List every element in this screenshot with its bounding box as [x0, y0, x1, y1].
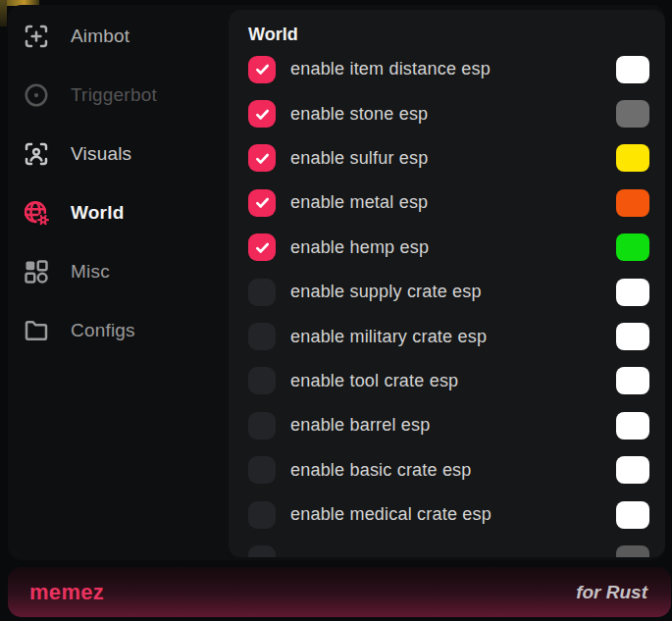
esp-checkbox[interactable]: [248, 412, 276, 440]
esp-option-label: enable military crate esp: [290, 327, 487, 347]
sidebar-item-world[interactable]: World: [8, 183, 229, 242]
esp-option-row: enable military crate esp: [248, 314, 649, 358]
check-icon: [253, 149, 272, 168]
sidebar-item-label: Visuals: [71, 143, 131, 165]
sidebar-item-label: World: [71, 202, 124, 224]
screenshot-stage: AimbotTriggerbotVisualsWorldMiscConfigs …: [0, 0, 672, 621]
esp-option-label: enable sulfur esp: [290, 148, 429, 169]
misc-shapes-icon: [22, 257, 51, 286]
esp-color-swatch[interactable]: [616, 279, 649, 306]
esp-checkbox[interactable]: [248, 323, 276, 350]
esp-color-swatch[interactable]: [616, 412, 649, 440]
esp-option-label: enable tool crate esp: [290, 371, 458, 391]
sidebar-item-misc[interactable]: Misc: [8, 242, 229, 301]
game-background-sliver: [0, 0, 7, 26]
esp-option-row-partial: [248, 537, 649, 557]
esp-checkbox[interactable]: [248, 545, 276, 557]
brand-tagline: for Rust: [576, 582, 647, 603]
sidebar-item-label: Aimbot: [71, 26, 129, 47]
esp-checkbox[interactable]: [248, 367, 276, 394]
esp-option-row: enable barrel esp: [248, 403, 649, 447]
esp-option-row: enable item distance esp: [248, 47, 649, 91]
esp-option-row: enable stone esp: [248, 91, 649, 135]
esp-checkbox[interactable]: [248, 456, 276, 484]
esp-option-row: enable sulfur esp: [248, 136, 649, 181]
esp-checkbox[interactable]: [248, 279, 276, 306]
esp-option-label: enable supply crate esp: [290, 282, 482, 302]
sidebar-item-triggerbot[interactable]: Triggerbot: [8, 66, 229, 125]
esp-option-row: enable metal esp: [248, 181, 649, 225]
esp-option-label: enable item distance esp: [290, 59, 491, 79]
esp-option-label: enable stone esp: [290, 104, 428, 125]
check-icon: [253, 193, 272, 212]
configs-folder-icon: [22, 316, 51, 345]
esp-checkbox[interactable]: [248, 56, 276, 83]
sidebar-item-label: Misc: [71, 261, 110, 283]
esp-option-row: enable medical crate esp: [248, 492, 649, 537]
sidebar-item-label: Triggerbot: [71, 84, 157, 106]
sidebar-item-configs[interactable]: Configs: [8, 301, 229, 360]
esp-color-swatch[interactable]: [616, 233, 649, 261]
brand-bar: memez for Rust: [8, 567, 671, 617]
check-icon: [253, 60, 272, 78]
esp-color-swatch[interactable]: [616, 189, 649, 217]
visuals-scan-user-icon: [22, 139, 51, 169]
triggerbot-circle-dot-icon: [22, 80, 51, 110]
esp-color-swatch[interactable]: [616, 501, 649, 529]
world-globe-gear-icon: [22, 198, 51, 228]
esp-option-list: enable item distance espenable stone esp…: [229, 47, 665, 557]
cheat-menu-window: AimbotTriggerbotVisualsWorldMiscConfigs …: [8, 5, 665, 560]
panel-title: World: [229, 10, 665, 45]
sidebar-item-label: Configs: [71, 320, 135, 341]
esp-checkbox[interactable]: [248, 144, 276, 172]
esp-color-swatch[interactable]: [616, 367, 649, 394]
esp-option-label: enable medical crate esp: [290, 504, 491, 525]
esp-checkbox[interactable]: [248, 189, 276, 217]
esp-color-swatch[interactable]: [616, 56, 649, 83]
check-icon: [253, 238, 272, 257]
esp-option-row: enable basic crate esp: [248, 448, 649, 492]
esp-checkbox[interactable]: [248, 501, 276, 529]
esp-checkbox[interactable]: [248, 100, 276, 128]
esp-option-label: enable hemp esp: [290, 237, 429, 258]
sidebar-item-aimbot[interactable]: Aimbot: [8, 7, 229, 66]
world-options-panel: World enable item distance espenable sto…: [229, 10, 665, 557]
esp-color-swatch[interactable]: [616, 323, 649, 350]
esp-option-row: enable hemp esp: [248, 226, 649, 270]
esp-color-swatch[interactable]: [616, 456, 649, 484]
aimbot-crosshair-icon: [22, 22, 51, 51]
esp-color-swatch[interactable]: [616, 144, 649, 172]
esp-option-row: enable tool crate esp: [248, 359, 649, 403]
sidebar-nav: AimbotTriggerbotVisualsWorldMiscConfigs: [8, 7, 229, 360]
esp-color-swatch[interactable]: [616, 100, 649, 128]
esp-checkbox[interactable]: [248, 233, 276, 261]
esp-option-label: enable metal esp: [290, 192, 428, 213]
esp-option-label: enable basic crate esp: [290, 460, 472, 481]
check-icon: [253, 105, 272, 124]
esp-option-row: enable supply crate esp: [248, 270, 649, 314]
esp-option-label: enable barrel esp: [290, 415, 431, 436]
esp-color-swatch[interactable]: [616, 545, 649, 557]
sidebar-item-visuals[interactable]: Visuals: [8, 125, 229, 183]
brand-name: memez: [29, 580, 104, 605]
